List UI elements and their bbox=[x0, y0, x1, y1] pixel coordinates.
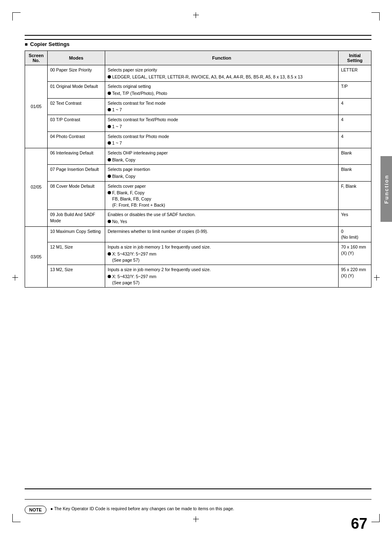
initial-setting-cell: 4 bbox=[339, 98, 371, 115]
crosshair-bottom bbox=[193, 516, 199, 522]
copier-settings-table: Screen No. Modes Function InitialSetting… bbox=[25, 51, 371, 288]
mode-cell: 09 Job Build And SADF Mode bbox=[48, 210, 105, 226]
crosshair-left bbox=[12, 275, 18, 281]
initial-setting-cell: 70 x 160 mm (X) (Y) bbox=[339, 242, 371, 265]
section-title: Copier Settings bbox=[25, 41, 371, 47]
bullet-line: 1 ~ 7 bbox=[108, 140, 336, 146]
screen-no-cell: 02/05 bbox=[25, 148, 48, 226]
note-label: NOTE bbox=[25, 506, 46, 514]
bullet-line: Text, T/P (Text/Photo), Photo bbox=[108, 90, 336, 97]
table-row: 01/0500 Paper Size PrioritySelects paper… bbox=[25, 65, 371, 82]
initial-setting-cell: T/P bbox=[339, 82, 371, 98]
col-header-function: Function bbox=[105, 51, 339, 65]
table-row: 13 M2, SizeInputs a size in job memory 2… bbox=[25, 265, 371, 288]
side-tab: Function bbox=[380, 156, 392, 222]
mode-cell: 02 Text Contrast bbox=[48, 98, 105, 115]
bottom-bar bbox=[25, 488, 371, 489]
initial-setting-cell: 4 bbox=[339, 131, 371, 148]
mode-cell: 13 M2, Size bbox=[48, 265, 105, 288]
function-cell: Inputs a size in job memory 2 for freque… bbox=[105, 265, 339, 288]
page-number: 67 bbox=[351, 515, 367, 532]
corner-mark-br bbox=[371, 514, 380, 522]
note-content: ● The Key Operator ID Code is required b… bbox=[51, 506, 234, 512]
bullet-line: X: 5~432/Y: 5~297 mm (See page 57) bbox=[108, 251, 336, 263]
crosshair-top bbox=[193, 12, 199, 18]
table-row: 08 Cover Mode DefaultSelects cover paper… bbox=[25, 181, 371, 210]
table-row: 12 M1, SizeInputs a size in job memory 1… bbox=[25, 242, 371, 265]
initial-setting-cell: Yes bbox=[339, 210, 371, 226]
screen-no-cell: 03/05 bbox=[25, 226, 48, 288]
top-bar bbox=[25, 35, 371, 40]
initial-setting-cell: Blank bbox=[339, 165, 371, 181]
note-text: ● The Key Operator ID Code is required b… bbox=[51, 506, 234, 512]
corner-mark-bl bbox=[12, 514, 21, 522]
function-cell: Selects page insertionBlank, Copy bbox=[105, 165, 339, 181]
initial-setting-cell: 0 (No limit) bbox=[339, 226, 371, 242]
bullet-line: Blank, Copy bbox=[108, 157, 336, 163]
mode-cell: 08 Cover Mode Default bbox=[48, 181, 105, 210]
mode-cell: 03 T/P Contrast bbox=[48, 115, 105, 131]
function-cell: Selects contrast for Text/Photo mode1 ~ … bbox=[105, 115, 339, 131]
function-cell: Selects contrast for Text mode1 ~ 7 bbox=[105, 98, 339, 115]
table-row: 03 T/P ContrastSelects contrast for Text… bbox=[25, 115, 371, 131]
bullet-line: 1 ~ 7 bbox=[108, 124, 336, 130]
bullet-line: Blank, Copy bbox=[108, 173, 336, 180]
function-cell: Enables or disables the use of SADF func… bbox=[105, 210, 339, 226]
col-header-screen-no: Screen No. bbox=[25, 51, 48, 65]
main-content: Copier Settings Screen No. Modes Functio… bbox=[25, 41, 371, 514]
col-header-modes: Modes bbox=[48, 51, 105, 65]
table-row: 02/0506 Interleaving DefaultSelects OHP … bbox=[25, 148, 371, 164]
function-cell: Determines whether to limit number of co… bbox=[105, 226, 339, 242]
mode-cell: 10 Maximum Copy Setting bbox=[48, 226, 105, 242]
bullet-line: X: 5~432/Y: 5~297 mm (See page 57) bbox=[108, 274, 336, 286]
function-cell: Selects paper size priorityLEDGER, LEGAL… bbox=[105, 65, 339, 82]
col-header-initial: InitialSetting bbox=[339, 51, 371, 65]
table-row: 09 Job Build And SADF ModeEnables or dis… bbox=[25, 210, 371, 226]
bullet-line: No, Yes bbox=[108, 219, 336, 225]
initial-setting-cell: F, Blank bbox=[339, 181, 371, 210]
function-cell: Selects original settingText, T/P (Text/… bbox=[105, 82, 339, 98]
table-row: 03/0510 Maximum Copy SettingDetermines w… bbox=[25, 226, 371, 242]
initial-setting-cell: LETTER bbox=[339, 65, 371, 82]
bullet-line: F, Blank, F, Copy FB, Blank, FB, Copy (F… bbox=[108, 190, 336, 208]
initial-setting-cell: 95 x 220 mm (X) (Y) bbox=[339, 265, 371, 288]
initial-setting-cell: 4 bbox=[339, 115, 371, 131]
function-cell: Selects cover paperF, Blank, F, Copy FB,… bbox=[105, 181, 339, 210]
side-tab-label: Function bbox=[383, 175, 390, 204]
table-row: 01 Original Mode DefaultSelects original… bbox=[25, 82, 371, 98]
corner-mark-tl bbox=[12, 12, 21, 21]
bullet-line: 1 ~ 7 bbox=[108, 107, 336, 113]
crosshair-right bbox=[374, 275, 380, 281]
mode-cell: 04 Photo Contrast bbox=[48, 131, 105, 148]
mode-cell: 12 M1, Size bbox=[48, 242, 105, 265]
note-section: NOTE ● The Key Operator ID Code is requi… bbox=[25, 499, 371, 514]
table-row: 04 Photo ContrastSelects contrast for Ph… bbox=[25, 131, 371, 148]
bullet-line: LEDGER, LEGAL, LETTER, LETTER-R, INVOICE… bbox=[108, 74, 336, 80]
corner-mark-tr bbox=[371, 12, 380, 21]
table-row: 07 Page Insertion DefaultSelects page in… bbox=[25, 165, 371, 181]
function-cell: Selects contrast for Photo mode1 ~ 7 bbox=[105, 131, 339, 148]
initial-setting-cell: Blank bbox=[339, 148, 371, 164]
mode-cell: 07 Page Insertion Default bbox=[48, 165, 105, 181]
function-cell: Selects OHP interleaving paperBlank, Cop… bbox=[105, 148, 339, 164]
screen-no-cell: 01/05 bbox=[25, 65, 48, 148]
mode-cell: 00 Paper Size Priority bbox=[48, 65, 105, 82]
table-row: 02 Text ContrastSelects contrast for Tex… bbox=[25, 98, 371, 115]
function-cell: Inputs a size in job memory 1 for freque… bbox=[105, 242, 339, 265]
mode-cell: 06 Interleaving Default bbox=[48, 148, 105, 164]
mode-cell: 01 Original Mode Default bbox=[48, 82, 105, 98]
